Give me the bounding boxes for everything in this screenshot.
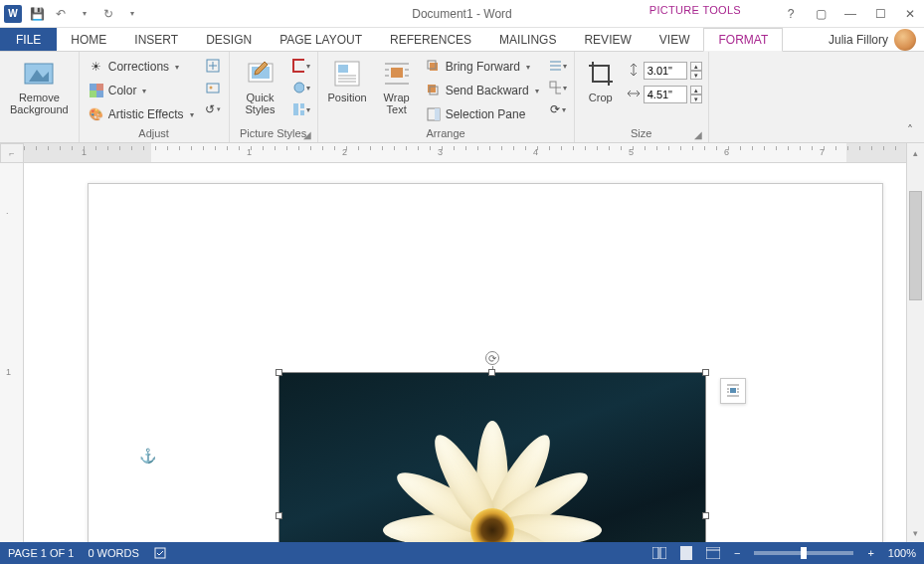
height-spin-up[interactable]: ▴	[690, 62, 702, 71]
width-spin-down[interactable]: ▾	[690, 94, 702, 103]
tab-mailings[interactable]: MAILINGS	[485, 28, 570, 51]
tab-selector[interactable]: ⌐	[0, 143, 24, 163]
tab-home[interactable]: HOME	[57, 28, 120, 51]
close-icon[interactable]: ✕	[900, 4, 920, 24]
picture-layout-button[interactable]: ▾	[291, 99, 311, 119]
picture-styles-launcher[interactable]: ◢	[301, 128, 313, 140]
scroll-up-button[interactable]: ▴	[906, 143, 924, 163]
vertical-ruler[interactable]: · 1	[0, 163, 24, 542]
width-spin-up[interactable]: ▴	[690, 86, 702, 94]
proofing-icon[interactable]	[153, 546, 167, 560]
redo-icon[interactable]: ↻	[99, 5, 117, 23]
svg-rect-6	[207, 84, 219, 93]
layout-options-button[interactable]	[720, 378, 746, 404]
ribbon-display-options-icon[interactable]: ▢	[811, 4, 831, 24]
corrections-icon: ☀	[89, 59, 104, 75]
tab-file[interactable]: FILE	[0, 28, 57, 51]
resize-handle-tl[interactable]	[276, 369, 282, 376]
resize-handle-mr[interactable]	[702, 512, 709, 519]
inserted-picture[interactable]: ⟳	[278, 372, 706, 542]
collapse-ribbon-icon[interactable]: ˄	[902, 122, 918, 138]
scrollbar-thumb[interactable]	[909, 191, 922, 300]
artistic-effects-icon: 🎨	[89, 106, 104, 122]
user-account[interactable]: Julia Fillory	[821, 28, 924, 51]
align-button[interactable]: ▾	[548, 56, 568, 76]
change-picture-button[interactable]	[203, 78, 223, 97]
size-launcher[interactable]: ◢	[692, 128, 704, 140]
selection-pane-label: Selection Pane	[446, 107, 526, 121]
minimize-icon[interactable]: —	[840, 4, 860, 24]
undo-icon[interactable]: ↶	[52, 5, 70, 23]
page-indicator[interactable]: PAGE 1 OF 1	[8, 547, 74, 559]
zoom-in-button[interactable]: +	[867, 547, 873, 559]
svg-rect-32	[435, 108, 440, 120]
color-icon	[89, 83, 104, 98]
qat-customize-icon[interactable]: ▾	[123, 5, 141, 23]
picture-border-button[interactable]: ▾	[291, 56, 311, 76]
group-button[interactable]: ▾	[548, 78, 568, 97]
horizontal-ruler[interactable]: 11234567	[24, 143, 906, 163]
remove-background-button[interactable]: Remove Background	[6, 56, 73, 117]
svg-rect-48	[680, 546, 692, 560]
selection-pane-button[interactable]: Selection Pane	[423, 103, 542, 125]
vertical-scrollbar[interactable]: ▾	[906, 163, 924, 542]
wrap-text-icon	[381, 58, 413, 90]
title-bar: W 💾 ↶ ▾ ↻ ▾ Document1 - Word PICTURE TOO…	[0, 0, 924, 28]
tab-page-layout[interactable]: PAGE LAYOUT	[266, 28, 376, 51]
color-button[interactable]: Color ▾	[86, 80, 197, 101]
resize-handle-tm[interactable]	[488, 369, 495, 376]
resize-handle-tr[interactable]	[702, 369, 709, 376]
svg-point-11	[294, 83, 304, 93]
tab-review[interactable]: REVIEW	[570, 28, 645, 51]
svg-rect-45	[155, 548, 165, 558]
position-button[interactable]: Position	[324, 56, 371, 105]
width-icon	[627, 87, 641, 103]
wrap-text-button[interactable]: Wrap Text	[377, 56, 417, 117]
tab-design[interactable]: DESIGN	[192, 28, 266, 51]
reset-picture-button[interactable]: ↺▾	[203, 99, 223, 119]
shape-width-input[interactable]	[644, 86, 687, 103]
picture-effects-button[interactable]: ▾	[291, 78, 311, 97]
position-label: Position	[328, 92, 367, 103]
artistic-effects-button[interactable]: 🎨 Artistic Effects ▾	[86, 103, 197, 125]
send-backward-button[interactable]: Send Backward ▾	[423, 80, 542, 101]
chevron-down-icon: ▾	[217, 105, 221, 113]
quick-styles-icon	[245, 58, 277, 90]
zoom-out-button[interactable]: −	[734, 547, 740, 559]
svg-rect-36	[550, 82, 556, 88]
picture-styles-group-label: Picture Styles	[240, 127, 306, 139]
tab-references[interactable]: REFERENCES	[376, 28, 485, 51]
read-mode-icon[interactable]	[652, 547, 666, 559]
crop-label: Crop	[589, 92, 613, 103]
resize-handle-ml[interactable]	[276, 512, 282, 519]
rotate-button[interactable]: ⟳▾	[548, 99, 568, 119]
document-canvas[interactable]: ⚓ ⟳	[24, 163, 906, 542]
save-icon[interactable]: 💾	[28, 5, 46, 23]
undo-dropdown-icon[interactable]: ▾	[76, 5, 93, 23]
help-icon[interactable]: ?	[781, 4, 801, 24]
quick-styles-button[interactable]: Quick Styles	[236, 56, 285, 117]
zoom-slider-knob[interactable]	[801, 547, 807, 559]
ribbon-tabs: FILE HOME INSERT DESIGN PAGE LAYOUT REFE…	[0, 28, 924, 52]
tab-format[interactable]: FORMAT	[703, 28, 783, 52]
corrections-button[interactable]: ☀ Corrections ▾	[86, 56, 197, 78]
tab-view[interactable]: VIEW	[646, 28, 704, 51]
crop-icon	[585, 58, 617, 90]
svg-rect-37	[556, 88, 561, 94]
height-spin-down[interactable]: ▾	[690, 71, 702, 80]
bring-forward-button[interactable]: Bring Forward ▾	[423, 56, 542, 78]
rotate-handle[interactable]: ⟳	[485, 351, 499, 365]
crop-button[interactable]: Crop	[581, 56, 621, 105]
word-count[interactable]: 0 WORDS	[88, 547, 138, 559]
web-layout-icon[interactable]	[706, 547, 720, 559]
height-icon	[627, 63, 641, 80]
maximize-icon[interactable]: ☐	[870, 4, 890, 24]
scroll-down-button[interactable]: ▾	[907, 524, 924, 542]
tab-insert[interactable]: INSERT	[120, 28, 192, 51]
zoom-slider[interactable]	[754, 551, 853, 555]
compress-pictures-button[interactable]	[203, 56, 223, 76]
print-layout-icon[interactable]	[680, 546, 692, 560]
zoom-level[interactable]: 100%	[888, 547, 916, 559]
svg-rect-13	[300, 103, 304, 108]
shape-height-input[interactable]	[644, 62, 687, 80]
